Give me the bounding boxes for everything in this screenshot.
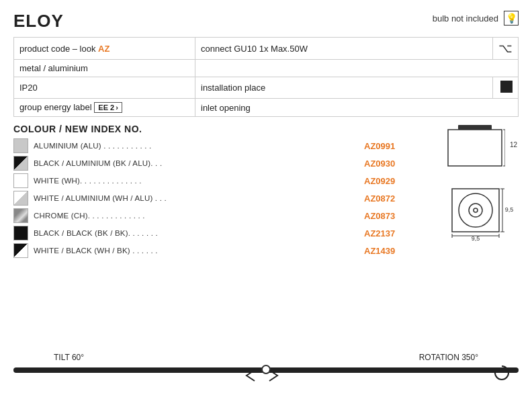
circle-diagram-svg: 9,5 9,5 — [449, 187, 516, 241]
colour-item-bk-bk: BLACK / BLACK (BK / BK). . . . . . . AZ2… — [13, 226, 404, 241]
connector-cell: connect GU10 1x Max.50W — [195, 38, 493, 60]
product-code-label: product code – look — [19, 44, 98, 54]
rotation-label: ROTATION 350° — [419, 353, 478, 362]
bulb-info: bulb not included 💡 — [433, 11, 519, 26]
header: ELOY bulb not included 💡 — [13, 11, 519, 32]
table-row-1: product code – look AZ connect GU10 1x M… — [14, 38, 519, 60]
circle-diagram-wrapper: 9,5 9,5 — [449, 187, 516, 243]
svg-point-9 — [474, 208, 478, 212]
bulb-icon: 💡 — [504, 11, 519, 26]
svg-text:9,5: 9,5 — [505, 206, 514, 213]
diagram-area: 12 12 9,5 — [411, 124, 519, 266]
svg-rect-1 — [448, 130, 502, 166]
inlet-cell: inlet opening — [195, 99, 519, 117]
colour-code-wh-alu: AZ0872 — [364, 193, 404, 204]
install-icon-cell — [493, 77, 519, 99]
material-label: metal / aluminium — [19, 63, 88, 73]
rect-diagram-svg: 12 — [445, 124, 505, 171]
svg-text:9,5: 9,5 — [472, 235, 480, 241]
colour-item-white: WHITE (WH). . . . . . . . . . . . . . AZ… — [13, 173, 404, 188]
install-icon — [500, 81, 513, 93]
dim-label-12: 12 — [510, 141, 517, 148]
colour-item-bk-alu: BLACK / ALUMINIUM (BK / ALU). . . AZ0930 — [13, 156, 404, 171]
colour-label-alu: ALUMINIUM (ALU) . . . . . . . . . . . — [34, 142, 359, 150]
tilt-rotation-labels: TILT 60° ROTATION 350° — [13, 353, 519, 363]
bulb-not-included-label: bulb not included — [433, 13, 498, 24]
swatch-bk-bk — [13, 226, 28, 241]
rotation-icon-svg — [492, 363, 512, 382]
colour-list: ALUMINIUM (ALU) . . . . . . . . . . . AZ… — [13, 138, 404, 258]
ip-label: IP20 — [19, 83, 38, 93]
connector-label: connect GU10 1x Max.50W — [201, 44, 308, 54]
connector-icon: ⌥ — [498, 42, 513, 55]
energy-arrow-icon: › — [116, 103, 118, 112]
product-code-cell: product code – look AZ — [14, 38, 195, 60]
colour-label-bk-alu: BLACK / ALUMINIUM (BK / ALU). . . — [34, 159, 359, 167]
install-cell: installation place — [195, 77, 493, 99]
colour-label-wh-alu: WHITE / ALUMINIUM (WH / ALU) . . . — [34, 194, 359, 202]
colour-code-wh-bk: AZ1439 — [364, 246, 404, 256]
product-title: ELOY — [13, 11, 64, 32]
tilt-bar-container — [13, 363, 519, 385]
inlet-label: inlet opening — [201, 103, 251, 113]
arrow-left-svg — [245, 369, 265, 382]
colour-item-chrome: CHROME (CH). . . . . . . . . . . . . AZ0… — [13, 208, 404, 223]
swatch-wh-bk — [13, 243, 28, 258]
arrow-right-svg — [268, 369, 288, 382]
info-table: product code – look AZ connect GU10 1x M… — [13, 37, 519, 117]
swatch-alu — [13, 138, 28, 153]
bottom-section: TILT 60° ROTATION 350° — [13, 353, 519, 385]
colour-code-bk-bk: AZ2137 — [364, 228, 404, 238]
table-row-3: IP20 installation place — [14, 77, 519, 99]
colour-item-wh-alu: WHITE / ALUMINIUM (WH / ALU) . . . AZ087… — [13, 191, 404, 206]
table-row-4: group energy label EE 2 › inlet opening — [14, 99, 519, 117]
connector-icon-cell: ⌥ — [493, 38, 519, 60]
energy-badge-label: EE 2 — [98, 103, 114, 112]
swatch-chrome — [13, 208, 28, 223]
material-right-cell — [195, 60, 519, 77]
colour-section: COLOUR / NEW INDEX NO. ALUMINIUM (ALU) .… — [13, 124, 404, 261]
svg-rect-0 — [458, 125, 492, 130]
install-label: installation place — [201, 83, 265, 93]
tilt-label: TILT 60° — [54, 353, 84, 362]
colour-item-alu: ALUMINIUM (ALU) . . . . . . . . . . . AZ… — [13, 138, 404, 153]
swatch-white — [13, 173, 28, 188]
colour-code-alu: AZ0991 — [364, 141, 404, 151]
page: ELOY bulb not included 💡 product code – … — [0, 0, 532, 393]
swatch-wh-alu — [13, 191, 28, 206]
svg-point-7 — [459, 193, 492, 227]
colour-code-white: AZ0929 — [364, 176, 404, 186]
energy-prefix: group energy label — [19, 102, 92, 112]
energy-badge: EE 2 › — [94, 102, 122, 113]
colour-label-white: WHITE (WH). . . . . . . . . . . . . . — [34, 177, 359, 185]
colour-item-wh-bk: WHITE / BLACK (WH / BK) . . . . . . AZ14… — [13, 243, 404, 258]
colour-label-wh-bk: WHITE / BLACK (WH / BK) . . . . . . — [34, 247, 359, 255]
energy-cell: group energy label EE 2 › — [14, 99, 195, 117]
colour-code-bk-alu: AZ0930 — [364, 159, 404, 169]
colour-diagram-row: COLOUR / NEW INDEX NO. ALUMINIUM (ALU) .… — [13, 124, 519, 266]
center-indicator — [261, 365, 271, 374]
product-code-accent: AZ — [98, 44, 109, 54]
colour-code-chrome: AZ0873 — [364, 211, 404, 221]
colour-label-bk-bk: BLACK / BLACK (BK / BK). . . . . . . — [34, 229, 359, 237]
ip-cell: IP20 — [14, 77, 195, 99]
svg-point-8 — [469, 204, 482, 217]
rect-diagram-wrapper: 12 12 — [445, 124, 505, 173]
colour-label-chrome: CHROME (CH). . . . . . . . . . . . . — [34, 212, 359, 220]
swatch-bk-alu — [13, 156, 28, 171]
material-cell: metal / aluminium — [14, 60, 195, 77]
colour-section-title: COLOUR / NEW INDEX NO. — [13, 124, 404, 134]
table-row-2: metal / aluminium — [14, 60, 519, 77]
